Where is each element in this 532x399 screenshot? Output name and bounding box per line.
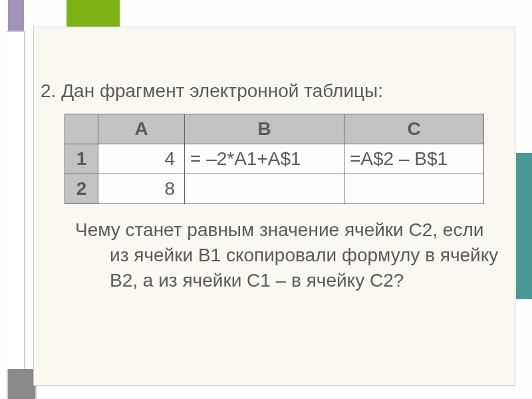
content-area: 2. Дан фрагмент электронной таблицы: A B…: [33, 27, 515, 386]
header-corner: [65, 114, 98, 144]
deco-teal: [516, 153, 532, 299]
header-a: A: [98, 114, 185, 144]
question-text: Чему станет равным значение ячейки С2, е…: [41, 217, 501, 293]
cell-b1: = –2*A1+A$1: [185, 144, 344, 174]
table-header-row: A B C: [65, 114, 484, 144]
prompt-text: 2. Дан фрагмент электронной таблицы:: [41, 80, 508, 102]
cell-b2: [185, 174, 344, 204]
table-row: 2 8: [65, 174, 484, 204]
cell-a1: 4: [98, 144, 185, 174]
deco-green: [66, 0, 120, 27]
header-b: B: [185, 114, 344, 144]
deco-left-bar: [7, 31, 25, 369]
row-2-label: 2: [65, 174, 98, 204]
header-c: C: [344, 114, 484, 144]
cell-c2: [344, 174, 484, 204]
deco-gray: [7, 369, 37, 399]
deco-purple: [8, 0, 24, 31]
cell-c1: =A$2 – B$1: [344, 144, 484, 174]
cell-a2: 8: [98, 174, 185, 204]
row-1-label: 1: [65, 144, 98, 174]
spreadsheet-table: A B C 1 4 = –2*A1+A$1 =A$2 – B$1 2 8: [65, 114, 484, 204]
table-row: 1 4 = –2*A1+A$1 =A$2 – B$1: [65, 144, 484, 174]
slide-frame: 2. Дан фрагмент электронной таблицы: A B…: [0, 0, 532, 399]
